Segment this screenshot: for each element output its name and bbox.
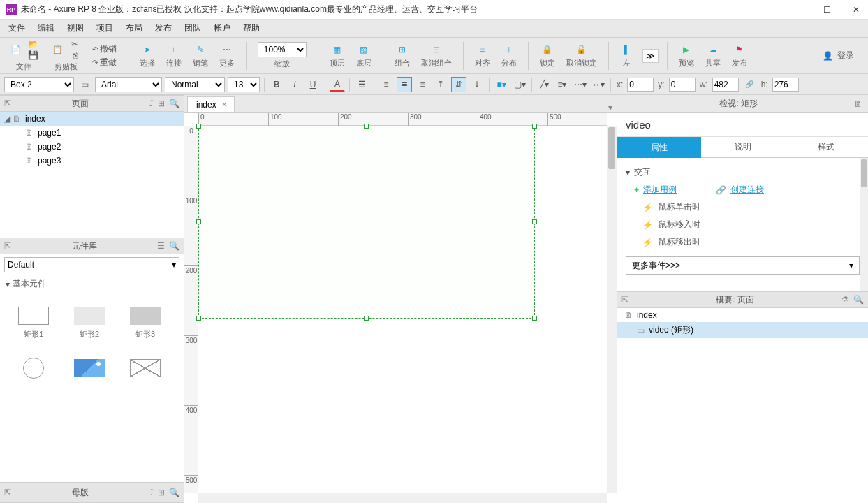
new-folder-icon[interactable]: ⊞ (158, 99, 165, 108)
outline-video[interactable]: ▭video (矩形) (617, 322, 868, 338)
valign-middle-button[interactable]: ⇵ (451, 77, 466, 92)
zoom-select[interactable]: 100% (258, 42, 307, 57)
bring-front-icon[interactable]: ▦ (330, 43, 344, 57)
tab-properties[interactable]: 属性 (617, 137, 701, 158)
new-master-folder-icon[interactable]: ⊞ (158, 488, 165, 497)
add-page-icon[interactable]: ⤴ (149, 99, 154, 108)
align-left-button[interactable]: ≡ (378, 77, 394, 92)
line-color-button[interactable]: ╱▾ (536, 77, 552, 92)
interaction-section[interactable]: ▾交互 (617, 163, 868, 181)
element-name-field[interactable]: video (617, 113, 868, 137)
page-page2[interactable]: 🗎page2 (0, 140, 184, 154)
minimize-button[interactable]: ─ (794, 5, 804, 15)
widget-rect2[interactable]: 矩形2 (61, 299, 117, 347)
tab-menu-icon[interactable]: ▾ (604, 103, 617, 112)
widget-placeholder[interactable] (117, 347, 173, 394)
tab-style[interactable]: 样式 (784, 137, 868, 158)
pin-icon[interactable]: ⇱ (4, 99, 11, 108)
menu-team[interactable]: 团队 (179, 20, 207, 37)
align-icon[interactable]: ≡ (476, 43, 490, 57)
italic-button[interactable]: I (287, 77, 302, 92)
line-width-button[interactable]: ≡▾ (554, 77, 570, 92)
border-color-button[interactable]: ▢▾ (512, 77, 527, 92)
font-size-select[interactable]: 13 (228, 77, 260, 92)
menu-publish[interactable]: 发布 (149, 20, 177, 37)
distribute-icon[interactable]: ⫴ (502, 43, 516, 57)
search-masters-icon[interactable]: 🔍 (169, 488, 179, 497)
widget-rect3[interactable]: 矩形3 (117, 299, 173, 347)
add-master-icon[interactable]: ⤴ (149, 488, 154, 497)
pen-tool-icon[interactable]: ✎ (193, 43, 207, 57)
menu-edit[interactable]: 编辑 (32, 20, 60, 37)
ungroup-icon[interactable]: ⊟ (429, 43, 443, 57)
close-tab-icon[interactable]: × (222, 100, 227, 110)
h-input[interactable] (772, 78, 799, 92)
toolbar-overflow-button[interactable]: ≫ (642, 49, 659, 63)
more-events-select[interactable]: 更多事件>>>▾ (626, 256, 860, 275)
notes-icon[interactable]: 🗎 (854, 99, 862, 109)
align-right-button[interactable]: ≡ (415, 77, 430, 92)
underline-button[interactable]: U (305, 77, 321, 92)
menu-project[interactable]: 项目 (91, 20, 119, 37)
add-case-link[interactable]: +添加用例 (617, 181, 685, 198)
filter-icon[interactable]: ⚗ (841, 295, 849, 305)
canvas-scrollbar-horizontal[interactable] (198, 493, 607, 503)
share-icon[interactable]: ☁ (706, 43, 720, 57)
undo-button[interactable]: ↶ 撤销 (92, 43, 117, 55)
more-tool-icon[interactable]: ⋯ (220, 43, 234, 57)
lock-icon[interactable]: 🔒 (540, 43, 554, 57)
login-button[interactable]: 👤 登录 (814, 50, 862, 61)
unlock-icon[interactable]: 🔓 (575, 43, 589, 57)
publish-icon[interactable]: ⚑ (733, 43, 746, 57)
maximize-button[interactable]: ☐ (823, 5, 833, 15)
menu-layout[interactable]: 布局 (120, 20, 148, 37)
canvas[interactable] (198, 126, 607, 493)
arrow-button[interactable]: ↔▾ (591, 77, 606, 92)
w-input[interactable] (712, 78, 739, 92)
tab-index[interactable]: index× (187, 96, 235, 112)
library-select[interactable]: Default▾ (4, 257, 179, 272)
cut-icon[interactable]: ✂ (68, 39, 81, 49)
bullet-list-button[interactable]: ☰ (354, 77, 369, 92)
save-icon[interactable]: 💾 (27, 50, 39, 60)
search-pages-icon[interactable]: 🔍 (169, 99, 179, 108)
outline-index[interactable]: 🗎index (617, 308, 868, 322)
widget-rect1[interactable]: 矩形1 (6, 299, 61, 347)
preview-icon[interactable]: ▶ (679, 43, 693, 57)
align-center-button[interactable]: ≣ (397, 77, 412, 92)
tab-notes[interactable]: 说明 (701, 137, 785, 158)
menu-view[interactable]: 视图 (61, 20, 89, 37)
menu-file[interactable]: 文件 (3, 20, 31, 37)
page-index[interactable]: ◢🗎index (0, 112, 184, 126)
lock-ratio-icon[interactable]: 🔗 (742, 77, 757, 92)
align-left-icon[interactable]: ▌ (620, 43, 634, 57)
valign-top-button[interactable]: ⤒ (433, 77, 448, 92)
event-mouseleave[interactable]: ⚡鼠标移出时 (617, 233, 868, 251)
page-page3[interactable]: 🗎page3 (0, 154, 184, 168)
fill-color-button[interactable]: ■▾ (494, 77, 509, 92)
connect-tool-icon[interactable]: ⟂ (167, 43, 181, 57)
font-color-button[interactable]: A (330, 77, 345, 92)
page-page1[interactable]: 🗎page1 (0, 126, 184, 140)
widget-image[interactable] (61, 347, 117, 394)
pin-icon[interactable]: ⇱ (4, 488, 11, 497)
pin-icon[interactable]: ⇱ (4, 241, 11, 251)
event-click[interactable]: ⚡鼠标单击时 (617, 198, 868, 216)
lib-menu-icon[interactable]: ☰ (157, 241, 165, 251)
inspector-scrollbar[interactable] (860, 158, 868, 291)
canvas-scrollbar-vertical[interactable] (607, 126, 617, 493)
create-link[interactable]: 🔗创建连接 (699, 181, 772, 198)
valign-bottom-button[interactable]: ⤓ (469, 77, 485, 92)
redo-button[interactable]: ↷ 重做 (92, 57, 117, 68)
open-icon[interactable]: 📂 (27, 39, 39, 49)
select-tool-icon[interactable]: ➤ (140, 43, 154, 57)
menu-account[interactable]: 帐户 (208, 20, 236, 37)
search-outline-icon[interactable]: 🔍 (853, 295, 864, 305)
close-button[interactable]: ✕ (853, 5, 862, 15)
y-input[interactable] (669, 78, 696, 92)
font-select[interactable]: Arial (95, 77, 162, 92)
shape-select[interactable]: Box 2 (4, 77, 74, 92)
copy-icon[interactable]: ⎘ (68, 50, 81, 60)
x-input[interactable] (627, 78, 654, 92)
font-weight-select[interactable]: Normal (165, 77, 225, 92)
